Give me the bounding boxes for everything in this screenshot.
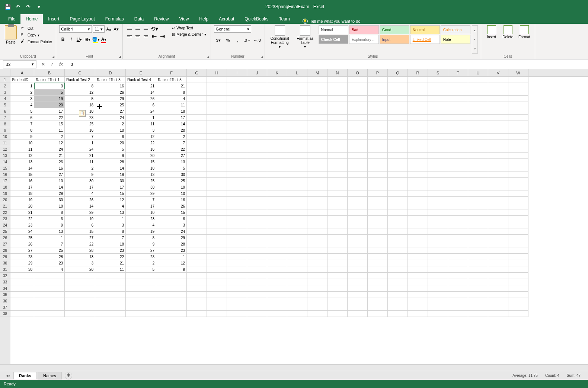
cell[interactable]: 14 <box>156 121 187 127</box>
cell[interactable] <box>368 165 388 171</box>
cell[interactable] <box>307 260 327 266</box>
cell[interactable] <box>488 134 508 140</box>
cell[interactable]: 29 <box>34 190 65 197</box>
cell[interactable] <box>428 203 448 209</box>
cell[interactable]: 16 <box>126 146 156 153</box>
row-header-28[interactable]: 28 <box>0 247 10 254</box>
cell[interactable] <box>368 153 388 159</box>
cell[interactable]: 29 <box>156 235 187 241</box>
cell[interactable] <box>267 279 287 285</box>
cell[interactable] <box>428 235 448 241</box>
cell[interactable] <box>207 83 227 89</box>
cell[interactable] <box>327 153 348 159</box>
sheet-tab-ranks[interactable]: Ranks <box>13 372 37 379</box>
cell[interactable] <box>508 235 528 241</box>
cell[interactable] <box>207 134 227 140</box>
cell[interactable] <box>126 298 156 304</box>
cell[interactable] <box>368 89 388 96</box>
column-header-J[interactable]: J <box>247 69 267 76</box>
cell[interactable] <box>388 165 408 171</box>
cell[interactable] <box>327 216 348 222</box>
cell[interactable] <box>368 146 388 153</box>
row-header-7[interactable]: 7 <box>0 115 10 121</box>
cell[interactable] <box>408 83 428 89</box>
cell[interactable]: 9 <box>95 153 126 159</box>
column-header-I[interactable]: I <box>227 69 247 76</box>
cell[interactable] <box>368 235 388 241</box>
cell[interactable] <box>448 222 468 228</box>
cell[interactable] <box>408 184 428 190</box>
cell[interactable]: 14 <box>34 184 65 190</box>
cell[interactable] <box>508 171 528 178</box>
cell[interactable] <box>227 222 247 228</box>
cell[interactable] <box>207 241 227 247</box>
cell[interactable] <box>267 222 287 228</box>
cell[interactable] <box>327 285 348 292</box>
cell[interactable] <box>207 311 227 317</box>
cell[interactable]: 14 <box>95 165 126 171</box>
cell[interactable] <box>348 102 368 108</box>
cell[interactable] <box>508 285 528 292</box>
cell[interactable]: 18 <box>156 108 187 115</box>
cell[interactable] <box>348 216 368 222</box>
cell[interactable] <box>267 184 287 190</box>
cell[interactable] <box>448 190 468 197</box>
cell[interactable] <box>227 190 247 197</box>
cell[interactable] <box>247 197 267 203</box>
cell[interactable]: 12 <box>95 197 126 203</box>
row-header-15[interactable]: 15 <box>0 165 10 171</box>
column-header-R[interactable]: R <box>408 69 428 76</box>
cell[interactable] <box>428 159 448 165</box>
cell[interactable] <box>448 304 468 311</box>
cell[interactable] <box>448 108 468 115</box>
cell[interactable]: 18 <box>65 102 95 108</box>
cell[interactable]: 11 <box>65 159 95 165</box>
cell[interactable] <box>267 96 287 102</box>
cell[interactable] <box>287 254 307 260</box>
cell[interactable] <box>368 83 388 89</box>
cell[interactable] <box>408 153 428 159</box>
column-header-P[interactable]: P <box>368 69 388 76</box>
cell[interactable] <box>267 171 287 178</box>
cell[interactable] <box>287 127 307 134</box>
cell[interactable] <box>267 165 287 171</box>
row-header-8[interactable]: 8 <box>0 121 10 127</box>
cell[interactable]: 14 <box>126 89 156 96</box>
cell[interactable]: 12 <box>65 89 95 96</box>
cell[interactable]: 18 <box>95 241 126 247</box>
cell[interactable] <box>468 178 488 184</box>
cell[interactable]: 7 <box>126 197 156 203</box>
cell[interactable] <box>388 153 408 159</box>
cell[interactable]: 13 <box>65 254 95 260</box>
cell[interactable] <box>287 311 307 317</box>
cell[interactable]: 19 <box>156 184 187 190</box>
column-header-F[interactable]: F <box>156 69 187 76</box>
cell[interactable] <box>126 273 156 279</box>
cell[interactable] <box>468 190 488 197</box>
cell[interactable]: 25 <box>126 178 156 184</box>
column-header-V[interactable]: V <box>488 69 508 76</box>
column-header-O[interactable]: O <box>348 69 368 76</box>
cell[interactable] <box>327 209 348 216</box>
cell[interactable]: 7 <box>95 235 126 241</box>
cell[interactable]: 25 <box>65 121 95 127</box>
cell[interactable] <box>488 127 508 134</box>
column-header-M[interactable]: M <box>307 69 327 76</box>
tab-help[interactable]: Help <box>194 14 214 24</box>
cell[interactable]: 18 <box>10 190 34 197</box>
cell[interactable] <box>388 140 408 146</box>
cell[interactable] <box>267 292 287 298</box>
cell[interactable] <box>227 115 247 121</box>
cell[interactable] <box>508 108 528 115</box>
cell[interactable] <box>408 266 428 273</box>
cell[interactable] <box>327 115 348 121</box>
cell[interactable] <box>207 254 227 260</box>
cell[interactable] <box>327 311 348 317</box>
cell[interactable] <box>488 247 508 254</box>
cell[interactable] <box>187 311 207 317</box>
cell[interactable] <box>388 203 408 209</box>
cell[interactable] <box>156 279 187 285</box>
cell[interactable] <box>287 108 307 115</box>
cell[interactable]: 25 <box>34 247 65 254</box>
cell[interactable] <box>348 127 368 134</box>
